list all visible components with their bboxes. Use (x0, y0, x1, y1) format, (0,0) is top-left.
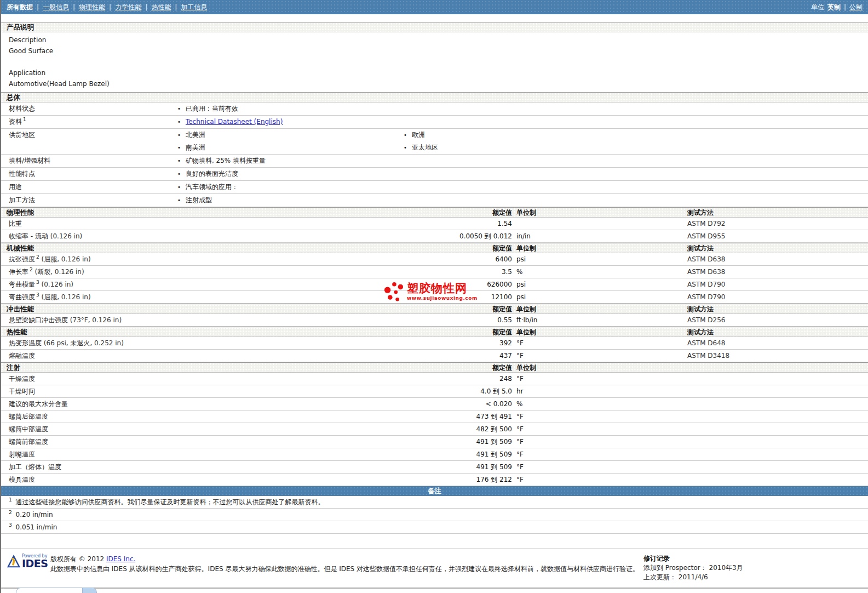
notes-header: 备注 (1, 486, 868, 496)
bottom-divider (1, 588, 868, 589)
notes-list: 1 通过这些链接您能够访问供应商资料。我们尽量保证及时更新资料；不过您可以从供应… (1, 496, 868, 534)
property-value: 248 (427, 373, 512, 385)
property-label: 建议的最大水分含量 (1, 398, 427, 410)
test-condition: (断裂, 0.126 in) (33, 268, 84, 276)
datasheet-link[interactable]: Technical Datasheet (English) (186, 118, 283, 126)
nav-item-5[interactable]: 热性能 (151, 3, 171, 12)
property-label: 螺筒中部温度 (1, 423, 427, 435)
test-condition: (屈服, 0.126 in) (39, 255, 91, 263)
unit-column-header: 单位制 (512, 243, 687, 253)
property-label: 弯曲模量3 (0.126 in) (1, 278, 427, 290)
property-label: 收缩率 - 流动 (0.126 in) (1, 230, 427, 242)
test-condition: (66 psi, 未退火, 0.252 in) (42, 339, 124, 347)
bullet-icon: • (177, 158, 181, 164)
general-section-header: 总体 (1, 92, 868, 102)
unit-column-header: 单位制 (512, 208, 687, 218)
section-title: 物理性能 (1, 208, 427, 218)
property-unit: °F (512, 436, 687, 448)
property-unit: in/in (512, 230, 687, 242)
property-label: 抗张强度2 (屈服, 0.126 in) (1, 253, 427, 265)
note-item: 3 0.051 in/min (1, 521, 868, 534)
property-row: 螺筒前部温度491 到 509°F (1, 436, 868, 448)
nav-item-1[interactable]: 所有数据 (7, 3, 33, 12)
nav-item-3[interactable]: 物理性能 (79, 3, 105, 12)
test-method: ASTM D638 (687, 266, 868, 278)
unit-metric-link[interactable]: 公制 (849, 3, 863, 12)
footer-text: 版权所有 © 2012 IDES Inc. 此数据表中的信息由 IDES 从该材… (50, 552, 639, 582)
property-row: 螺筒中部温度482 到 500°F (1, 423, 868, 436)
ides-inc-link[interactable]: IDES Inc. (106, 555, 135, 563)
general-row-values: •北美洲•欧洲•南美洲•亚太地区 (170, 129, 868, 154)
nav-separator: | (109, 3, 111, 11)
test-method: ASTM D792 (687, 218, 868, 230)
general-row: 资料1•Technical Datasheet (English) (1, 116, 868, 129)
general-row-label: 性能特点 (1, 168, 170, 180)
datasheet-page: 所有数据|一般信息|物理性能|力学性能|热性能|加工信息 单位 英制 | 公制 … (0, 0, 868, 593)
property-label: 干燥时间 (1, 385, 427, 397)
property-label: 熔融温度 (1, 350, 427, 362)
product-line: Automotive(Head Lamp Bezel) (1, 78, 868, 89)
property-row: 悬壁梁缺口冲击强度 (73°F, 0.126 in)0.55ft·lb/inAS… (1, 314, 868, 327)
revision-title: 修订记录 (643, 554, 868, 563)
property-value: < 0.020 (427, 398, 512, 410)
test-method: ASTM D3418 (687, 350, 868, 362)
copyright-line: 版权所有 © 2012 IDES Inc. (50, 554, 639, 564)
property-row: 螺筒后部温度473 到 491°F (1, 410, 868, 423)
bullet-line: •良好的表面光洁度 (170, 168, 868, 180)
bullet-text: 汽车领域的应用： (186, 183, 238, 191)
general-row-values: •汽车领域的应用： (170, 181, 868, 193)
top-nav: 所有数据|一般信息|物理性能|力学性能|热性能|加工信息 单位 英制 | 公制 (1, 0, 868, 14)
section-header: 物理性能额定值单位制测试方法 (1, 207, 868, 218)
property-label: 悬壁梁缺口冲击强度 (73°F, 0.126 in) (1, 314, 427, 326)
bullet-cell: •南美洲 (170, 141, 396, 154)
property-unit: psi (512, 253, 687, 265)
property-value: 491 到 509 (427, 436, 512, 448)
bullet-icon: • (177, 197, 181, 203)
revision-record: 修订记录 添加到 Prospector： 2010年3月 上次更新： 2011/… (643, 552, 868, 582)
property-label: 螺筒前部温度 (1, 436, 427, 448)
general-row: 性能特点•良好的表面光洁度 (1, 168, 868, 181)
bullet-icon: • (177, 106, 181, 112)
property-value: 482 到 500 (427, 423, 512, 435)
note-text: 0.051 in/min (14, 523, 58, 531)
property-row: 收缩率 - 流动 (0.126 in)0.0050 到 0.012in/inAS… (1, 230, 868, 243)
test-method: ASTM D648 (687, 337, 868, 349)
test-method: ASTM D955 (687, 230, 868, 242)
property-row: 加工（熔体）温度491 到 509°F (1, 461, 868, 474)
property-row: 干燥时间4.0 到 5.0hr (1, 385, 868, 398)
nav-item-2[interactable]: 一般信息 (43, 3, 69, 12)
revision-added: 添加到 Prospector： 2010年3月 (643, 563, 868, 573)
value-column-header: 额定值 (427, 327, 512, 337)
property-row: 干燥温度248°F (1, 373, 868, 385)
revision-updated-label: 上次更新： (643, 573, 676, 581)
bullet-cell: •汽车领域的应用： (170, 181, 396, 193)
general-row-label: 填料/增强材料 (1, 155, 170, 167)
bullet-line: •南美洲•亚太地区 (170, 141, 868, 154)
general-row-label: 供货地区 (1, 129, 170, 141)
nav-separator: | (73, 3, 75, 11)
general-row-values: •Technical Datasheet (English) (170, 116, 868, 128)
property-row: 模具温度176 到 212°F (1, 474, 868, 486)
test-column-header: 测试方法 (687, 327, 868, 337)
nav-item-6[interactable]: 加工信息 (181, 3, 207, 12)
property-row: 熔融温度437°FASTM D3418 (1, 350, 868, 362)
bullet-cell: •亚太地区 (396, 141, 868, 154)
bullet-text: 亚太地区 (412, 144, 438, 151)
bullet-icon: • (177, 145, 181, 151)
property-value: 491 到 509 (427, 461, 512, 473)
property-row: 射嘴温度491 到 509°F (1, 448, 868, 461)
property-unit (512, 218, 687, 230)
units-switcher: 单位 英制 | 公制 (811, 3, 863, 12)
property-value: 3.5 (427, 266, 512, 278)
nav-item-4[interactable]: 力学性能 (115, 3, 141, 12)
property-value: 626000 (427, 278, 512, 290)
property-sections: 物理性能额定值单位制测试方法比重1.54ASTM D792收缩率 - 流动 (0… (1, 207, 868, 486)
dropdown-arrow-button[interactable] (82, 588, 96, 593)
bottom-dropdown[interactable] (16, 588, 97, 593)
property-label: 热变形温度 (66 psi, 未退火, 0.252 in) (1, 337, 427, 349)
units-label: 单位 (811, 3, 824, 12)
section-title: 机械性能 (1, 243, 427, 253)
test-method (687, 373, 868, 385)
test-condition: (屈服, 0.126 in) (39, 293, 91, 301)
bullet-line: •矿物填料, 25% 填料按重量 (170, 155, 868, 167)
